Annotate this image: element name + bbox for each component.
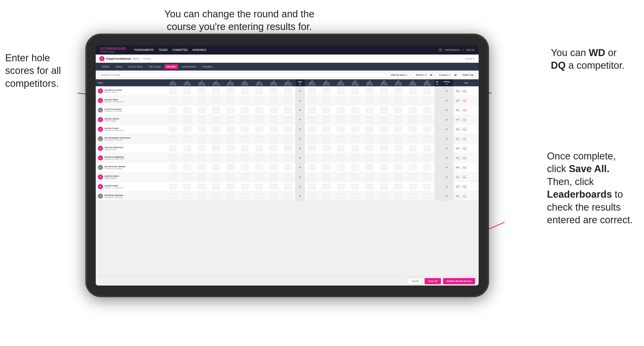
score-input-h10-p1[interactable] bbox=[308, 98, 316, 103]
score-input-h3-p4[interactable] bbox=[198, 126, 205, 132]
score-input-h3-p2[interactable] bbox=[198, 107, 205, 113]
tab-results[interactable]: Results bbox=[165, 64, 178, 69]
score-input-h14-p7[interactable] bbox=[366, 155, 373, 161]
score-input-h4-p0[interactable] bbox=[212, 88, 220, 94]
score-input-h12-p6[interactable] bbox=[337, 145, 344, 151]
score-input-h11-p4[interactable] bbox=[323, 126, 330, 132]
score-input-h18-p0[interactable] bbox=[424, 88, 431, 94]
score-input-h7-p9[interactable] bbox=[256, 174, 263, 180]
dq-button[interactable]: DQ bbox=[461, 166, 467, 169]
score-input-h16-p6[interactable] bbox=[395, 145, 402, 151]
score-input-h11-p0[interactable] bbox=[323, 88, 330, 94]
score-input-h17-p9[interactable] bbox=[409, 174, 416, 180]
score-input-h1-p9[interactable] bbox=[169, 174, 176, 180]
cancel-link[interactable]: Cancel ✕ bbox=[465, 57, 475, 60]
score-input-h10-p2[interactable] bbox=[308, 107, 316, 113]
score-input-h5-p1[interactable] bbox=[227, 98, 234, 103]
score-input-h13-p3[interactable] bbox=[352, 117, 359, 122]
score-input-h10-p3[interactable] bbox=[308, 117, 316, 122]
score-input-h14-p11[interactable] bbox=[366, 193, 373, 199]
score-input-h18-p6[interactable] bbox=[424, 145, 431, 151]
score-input-h6-p0[interactable] bbox=[241, 88, 248, 94]
wd-button[interactable]: WD bbox=[455, 118, 461, 121]
dq-button[interactable]: DQ bbox=[461, 89, 467, 93]
score-input-h4-p10[interactable] bbox=[212, 184, 220, 189]
score-input-h4-p9[interactable] bbox=[212, 174, 220, 180]
score-input-h1-p6[interactable] bbox=[169, 145, 176, 151]
score-input-h17-p11[interactable] bbox=[409, 193, 416, 199]
tab-course-setup[interactable]: Course Setup bbox=[126, 64, 145, 69]
score-input-h10-p5[interactable] bbox=[308, 136, 316, 142]
score-input-h2-p3[interactable] bbox=[184, 117, 191, 122]
score-input-h16-p10[interactable] bbox=[395, 184, 402, 189]
score-input-h14-p8[interactable] bbox=[366, 165, 373, 170]
dq-button[interactable]: DQ bbox=[461, 185, 467, 188]
score-input-h5-p4[interactable] bbox=[227, 126, 234, 132]
score-input-h5-p7[interactable] bbox=[227, 155, 234, 161]
dq-button[interactable]: DQ bbox=[461, 109, 467, 112]
score-input-h5-p8[interactable] bbox=[227, 165, 234, 170]
score-input-h16-p9[interactable] bbox=[395, 174, 402, 180]
score-input-h13-p0[interactable] bbox=[352, 88, 359, 94]
score-input-h3-p11[interactable] bbox=[198, 193, 205, 199]
score-input-h4-p11[interactable] bbox=[212, 193, 220, 199]
wd-button[interactable]: WD bbox=[455, 175, 461, 179]
wd-button[interactable]: WD bbox=[455, 109, 461, 112]
score-input-h15-p6[interactable] bbox=[380, 145, 388, 151]
wd-button[interactable]: WD bbox=[455, 147, 461, 150]
score-input-h2-p7[interactable] bbox=[184, 155, 191, 161]
course-selector[interactable]: Course A ∨ bbox=[435, 72, 458, 78]
score-input-h4-p1[interactable] bbox=[212, 98, 220, 103]
score-input-h1-p2[interactable] bbox=[169, 107, 176, 113]
dq-button[interactable]: DQ bbox=[461, 128, 467, 131]
score-input-h7-p11[interactable] bbox=[256, 193, 263, 199]
score-input-h8-p4[interactable] bbox=[270, 126, 277, 132]
score-input-h18-p3[interactable] bbox=[424, 117, 431, 122]
score-input-h9-p4[interactable] bbox=[284, 126, 292, 132]
tab-teams[interactable]: Teams bbox=[113, 64, 125, 69]
score-input-h4-p4[interactable] bbox=[212, 126, 220, 132]
score-input-h12-p5[interactable] bbox=[337, 136, 344, 142]
score-input-h8-p3[interactable] bbox=[270, 117, 277, 122]
score-input-h8-p10[interactable] bbox=[270, 184, 277, 189]
score-input-h6-p3[interactable] bbox=[241, 117, 248, 122]
score-input-h18-p11[interactable] bbox=[424, 193, 431, 199]
score-input-h2-p9[interactable] bbox=[184, 174, 191, 180]
score-input-h10-p9[interactable] bbox=[308, 174, 316, 180]
score-input-h15-p10[interactable] bbox=[380, 184, 388, 189]
score-input-h6-p10[interactable] bbox=[241, 184, 248, 189]
score-input-h14-p1[interactable] bbox=[366, 98, 373, 103]
score-input-h3-p3[interactable] bbox=[198, 117, 205, 122]
score-input-h1-p7[interactable] bbox=[169, 155, 176, 161]
score-input-h17-p4[interactable] bbox=[409, 126, 416, 132]
score-input-h6-p6[interactable] bbox=[241, 145, 248, 151]
score-input-h15-p5[interactable] bbox=[380, 136, 388, 142]
score-input-h13-p1[interactable] bbox=[352, 98, 359, 103]
score-input-h3-p9[interactable] bbox=[198, 174, 205, 180]
score-input-h15-p0[interactable] bbox=[380, 88, 388, 94]
score-input-h14-p9[interactable] bbox=[366, 174, 373, 180]
score-input-h8-p9[interactable] bbox=[270, 174, 277, 180]
score-input-h10-p7[interactable] bbox=[308, 155, 316, 161]
score-input-h1-p10[interactable] bbox=[169, 184, 176, 189]
wd-button[interactable]: WD bbox=[455, 156, 461, 160]
score-input-h12-p9[interactable] bbox=[337, 174, 344, 180]
filter-by-team-button[interactable]: Filter by team ∨ bbox=[388, 72, 410, 78]
score-input-h2-p1[interactable] bbox=[184, 98, 191, 103]
score-input-h9-p0[interactable] bbox=[284, 88, 292, 94]
score-input-h10-p0[interactable] bbox=[308, 88, 316, 94]
wd-button[interactable]: WD bbox=[455, 99, 461, 102]
score-input-h3-p8[interactable] bbox=[198, 165, 205, 170]
score-input-h5-p0[interactable] bbox=[227, 88, 234, 94]
score-input-h1-p1[interactable] bbox=[169, 98, 176, 103]
score-input-h16-p11[interactable] bbox=[395, 193, 402, 199]
score-input-h4-p7[interactable] bbox=[212, 155, 220, 161]
score-input-h8-p5[interactable] bbox=[270, 136, 277, 142]
score-input-h18-p10[interactable] bbox=[424, 184, 431, 189]
score-input-h6-p9[interactable] bbox=[241, 174, 248, 180]
sign-out-link[interactable]: Sign out bbox=[466, 49, 475, 51]
score-input-h3-p0[interactable] bbox=[198, 88, 205, 94]
score-input-h13-p8[interactable] bbox=[352, 165, 359, 170]
score-input-h12-p0[interactable] bbox=[337, 88, 344, 94]
score-input-h9-p2[interactable] bbox=[284, 107, 292, 113]
